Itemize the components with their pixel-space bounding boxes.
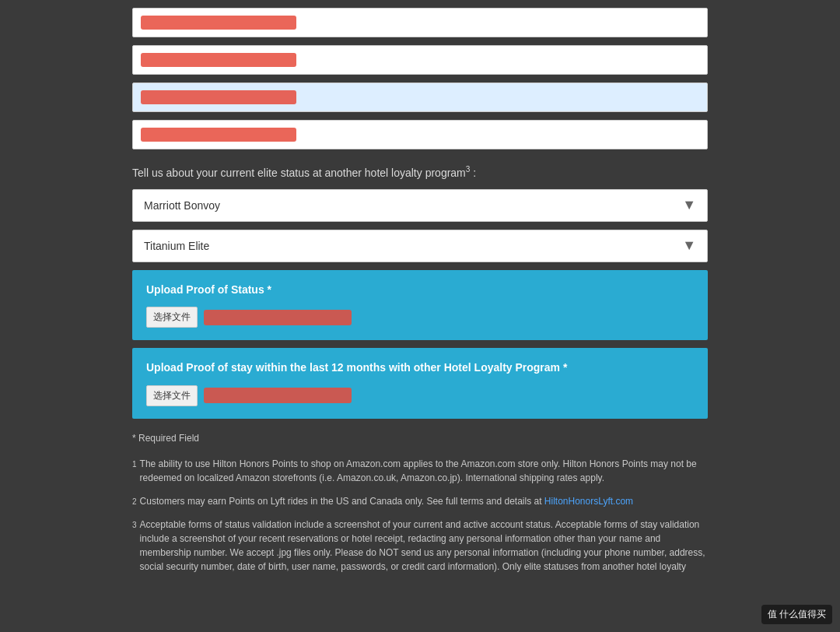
upload-stay-title: Upload Proof of stay within the last 12 … [146,360,694,376]
loyalty-program-dropdown-wrapper: Marriott Bonvoy ▼ [132,189,708,222]
footnote-1-text: The ability to use Hilton Honors Points … [140,457,708,485]
footnote-3: 3 Acceptable forms of status validation … [132,518,708,574]
upload-proof-of-status-box: Upload Proof of Status * 选择文件 [132,270,708,341]
loyalty-program-value: Marriott Bonvoy [144,199,220,212]
choose-file-status-button[interactable]: 选择文件 [146,307,198,328]
hilton-lyft-link[interactable]: HiltonHonorsLyft.com [544,496,633,507]
upload-stay-file-row: 选择文件 [146,385,694,406]
footnote-2-text: Customers may earn Points on Lyft rides … [140,496,544,507]
upload-proof-of-stay-box: Upload Proof of stay within the last 12 … [132,348,708,419]
upload-status-title: Upload Proof of Status * [146,283,694,298]
footer-notes: * Required Field 1 The ability to use Hi… [132,431,708,574]
watermark: 值 什么值得买 [761,605,832,624]
chevron-down-icon: ▼ [682,197,696,213]
chevron-down-icon-2: ▼ [682,237,696,254]
required-note: * Required Field [132,431,708,446]
redacted-content-4 [141,128,296,142]
elite-status-dropdown[interactable]: Titanium Elite ▼ [132,230,708,262]
elite-status-value: Titanium Elite [144,240,209,252]
input-field-1[interactable] [132,8,708,37]
redacted-content-3 [141,90,296,104]
upload-status-file-row: 选择文件 [146,307,694,328]
input-field-4[interactable] [132,120,708,149]
redacted-content-2 [141,53,296,67]
footnote-1: 1 The ability to use Hilton Honors Point… [132,457,708,485]
loyalty-program-dropdown[interactable]: Marriott Bonvoy ▼ [132,189,708,222]
footnote-3-text: Acceptable forms of status validation in… [140,518,708,574]
section-label: Tell us about your current elite status … [132,163,708,181]
choose-file-stay-button[interactable]: 选择文件 [146,385,198,406]
page-container: Tell us about your current elite status … [117,0,723,606]
footnote-2: 2 Customers may earn Points on Lyft ride… [132,494,708,508]
elite-status-dropdown-wrapper: Titanium Elite ▼ [132,230,708,262]
input-field-3[interactable] [132,83,708,112]
file-status-redacted [204,310,352,325]
file-stay-redacted [204,388,352,403]
input-field-2[interactable] [132,45,708,75]
redacted-content-1 [141,16,296,30]
